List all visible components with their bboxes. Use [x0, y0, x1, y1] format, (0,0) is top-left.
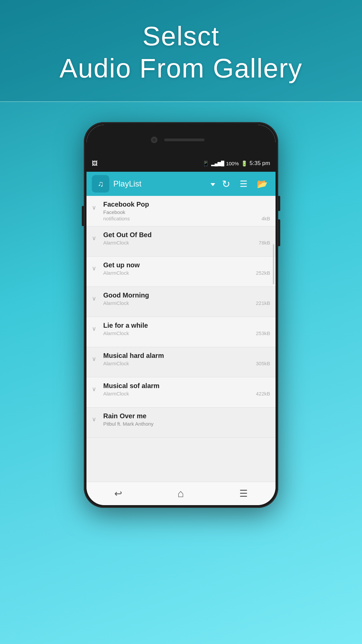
item-meta: AlarmClock 252kB	[103, 270, 270, 276]
audio-list-container: ∨ Facebook Pop Facebook notifications 4k…	[86, 196, 276, 438]
item-chevron: ∨	[92, 324, 99, 332]
list-item[interactable]: ∨ Rain Over me Pitbul ft. Mark Anthony	[86, 408, 276, 438]
item-category: notifications	[103, 216, 130, 221]
item-chevron: ∨	[92, 203, 99, 211]
item-meta: AlarmClock 221kB	[103, 300, 270, 306]
action-bar: ♫ PlayList ↻ ☰ 📂	[86, 172, 276, 196]
item-info: Musical hard alarm AlarmClock 305kB	[103, 352, 270, 366]
item-title: Get Out Of Bed	[103, 231, 270, 239]
item-info: Facebook Pop Facebook notifications 4kB	[103, 201, 270, 221]
item-meta: AlarmClock 305kB	[103, 361, 270, 366]
item-meta: AlarmClock 78kB	[103, 240, 270, 246]
list-item[interactable]: ∨ Lie for a while AlarmClock 253kB	[86, 317, 276, 347]
item-chevron: ∨	[92, 233, 99, 242]
item-meta: AlarmClock 253kB	[103, 330, 270, 336]
power-button	[278, 196, 280, 211]
item-title: Musical hard alarm	[103, 352, 270, 360]
battery-icon: 🔋	[241, 160, 248, 167]
list-item[interactable]: ∨ Good Morning AlarmClock 221kB	[86, 287, 276, 317]
item-meta: notifications 4kB	[103, 216, 270, 221]
item-category: AlarmClock	[103, 391, 129, 396]
item-subtitle: Pitbul ft. Mark Anthony	[103, 421, 270, 427]
item-info: Get up now AlarmClock 252kB	[103, 261, 270, 276]
phone-icon: 📱	[202, 160, 209, 167]
item-category: AlarmClock	[103, 270, 129, 276]
item-info: Lie for a while AlarmClock 253kB	[103, 322, 270, 336]
dropdown-triangle	[210, 183, 215, 186]
item-size: 221kB	[256, 300, 270, 306]
refresh-button[interactable]: ↻	[219, 175, 233, 193]
status-left: 🖼	[92, 160, 98, 167]
audio-list: ∨ Facebook Pop Facebook notifications 4k…	[86, 196, 276, 438]
item-title: Musical sof alarm	[103, 382, 270, 390]
item-size: 252kB	[256, 270, 270, 276]
item-category: AlarmClock	[103, 330, 129, 336]
status-bar: 🖼 📱 ▂▄▆█ 100% 🔋 5:35 pm	[86, 155, 276, 172]
list-item[interactable]: ∨ Musical hard alarm AlarmClock 305kB	[86, 347, 276, 377]
app-title: PlayList	[113, 179, 209, 189]
home-button[interactable]: ⌂	[177, 487, 184, 500]
item-size: 422kB	[256, 391, 270, 396]
item-chevron: ∨	[92, 414, 99, 423]
scroll-indicator	[273, 244, 274, 284]
item-size: 4kB	[261, 216, 270, 221]
list-item[interactable]: ∨ Get up now AlarmClock 252kB	[86, 257, 276, 287]
item-chevron: ∨	[92, 293, 99, 302]
app-content: ♫ PlayList ↻ ☰ 📂 ∨ Facebook Pop Facebook	[86, 172, 276, 482]
back-button[interactable]: ↩	[114, 488, 122, 499]
filter-button[interactable]: ☰	[237, 176, 250, 192]
item-size: 253kB	[256, 330, 270, 336]
item-size: 78kB	[259, 240, 270, 246]
item-info: Musical sof alarm AlarmClock 422kB	[103, 382, 270, 396]
divider	[0, 101, 362, 102]
list-item[interactable]: ∨ Facebook Pop Facebook notifications 4k…	[86, 196, 276, 226]
item-info: Good Morning AlarmClock 221kB	[103, 291, 270, 306]
item-title: Good Morning	[103, 291, 270, 299]
item-info: Rain Over me Pitbul ft. Mark Anthony	[103, 412, 270, 427]
item-subtitle: Facebook	[103, 209, 270, 215]
phone-screen: 🖼 📱 ▂▄▆█ 100% 🔋 5:35 pm ♫ PlayList	[86, 125, 276, 505]
item-title: Rain Over me	[103, 412, 270, 420]
menu-button[interactable]: ☰	[239, 488, 248, 499]
camera	[151, 137, 158, 143]
item-title: Get up now	[103, 261, 270, 269]
item-category: AlarmClock	[103, 300, 129, 306]
app-icon: ♫	[92, 175, 109, 193]
item-size: 305kB	[256, 361, 270, 366]
page-title: Selsct Audio From Gallery	[27, 20, 335, 85]
phone-top-bar	[86, 125, 276, 155]
battery-percent: 100%	[226, 161, 239, 166]
status-right: 📱 ▂▄▆█ 100% 🔋 5:35 pm	[202, 160, 270, 167]
item-info: Get Out Of Bed AlarmClock 78kB	[103, 231, 270, 246]
speaker	[164, 139, 204, 141]
phone-mockup: 🖼 📱 ▂▄▆█ 100% 🔋 5:35 pm ♫ PlayList	[84, 122, 278, 508]
list-item[interactable]: ∨ Musical sof alarm AlarmClock 422kB	[86, 377, 276, 408]
list-item[interactable]: ∨ Get Out Of Bed AlarmClock 78kB	[86, 226, 276, 257]
item-chevron: ∨	[92, 263, 99, 272]
item-title: Lie for a while	[103, 322, 270, 329]
item-category: AlarmClock	[103, 361, 129, 366]
volume-rocker	[278, 219, 280, 246]
phone-frame: 🖼 📱 ▂▄▆█ 100% 🔋 5:35 pm ♫ PlayList	[84, 122, 278, 508]
gallery-status-icon: 🖼	[92, 160, 98, 167]
item-category: AlarmClock	[103, 240, 129, 246]
clock: 5:35 pm	[250, 160, 270, 167]
item-title: Facebook Pop	[103, 201, 270, 208]
item-chevron: ∨	[92, 354, 99, 363]
item-meta: AlarmClock 422kB	[103, 391, 270, 396]
item-chevron: ∨	[92, 384, 99, 393]
page-header: Selsct Audio From Gallery	[0, 0, 362, 101]
signal-icon: ▂▄▆█	[211, 161, 224, 166]
nav-bar: ↩ ⌂ ☰	[86, 482, 276, 505]
folder-button[interactable]: 📂	[254, 176, 270, 192]
